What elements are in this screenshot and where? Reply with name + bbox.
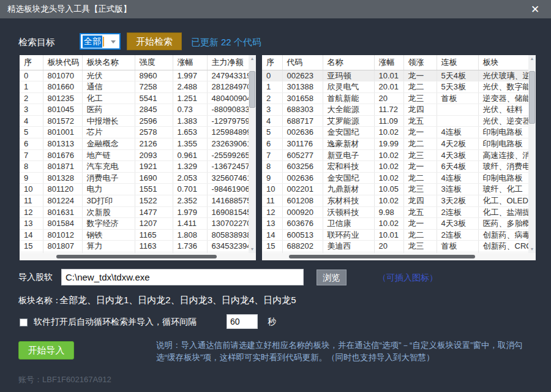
table-row[interactable]: 7801676地产链20930.961-25599265 — [20, 149, 249, 161]
table-cell: 8 — [262, 161, 282, 173]
table-cell: 141688575 — [207, 195, 249, 207]
table-cell: 2845 — [135, 104, 173, 116]
table-cell: 金融概念 — [82, 138, 135, 150]
scroll-up-icon[interactable]: ▲ — [528, 55, 536, 62]
table-row[interactable]: 10801120电力15510.701-98461906 — [20, 184, 249, 195]
table-cell: 龙二 — [403, 138, 437, 150]
table-row[interactable]: 1301388欣灵电气20.01龙二5天3板光伏、数字能源 — [262, 81, 528, 93]
scroll-down-icon[interactable]: ▼ — [528, 246, 536, 253]
table-row[interactable]: 13603676卫信康10.02龙一4天3板医药、多胎概念 — [262, 218, 528, 230]
table-cell: 龙三 — [403, 92, 437, 104]
table-row[interactable]: 118012243D打印15222.352141688575 — [20, 195, 249, 207]
table-cell: 化工、盐湖提锂 — [478, 206, 528, 218]
scrollbar-corner — [249, 253, 256, 260]
table-cell: 1.411 — [173, 218, 207, 230]
table-row[interactable]: 7605277新亚电子10.02龙三4天3板高速连接、消费 — [262, 149, 528, 161]
start-search-button[interactable]: 开始检索 — [127, 32, 182, 50]
table-cell: 10.02 — [374, 195, 403, 207]
table-cell: -25599265 — [207, 149, 249, 161]
table-row[interactable]: 14600513联环药业10.01龙二2连板创新药、病毒 — [262, 229, 528, 241]
table-row[interactable]: 8801871汽车充电19211.329-13672457 — [20, 161, 249, 173]
table-cell: 801235 — [43, 92, 82, 104]
horizontal-scrollbar[interactable] — [262, 253, 528, 260]
close-icon[interactable]: ✕ — [524, 0, 546, 18]
table-row[interactable]: 2801235化工55411.251480400904 — [20, 92, 249, 104]
leading-stocks-table: 序代码名称涨幅领涨连板板块 0002623亚玛顿10.01龙一5天4板光伏玻璃、… — [262, 55, 528, 253]
table-cell: 汽车充电 — [82, 161, 135, 173]
table-row[interactable]: 1801660通信72582.488281284970 — [20, 81, 249, 93]
table-cell: 1.355 — [173, 138, 207, 150]
auto-loop-checkbox[interactable] — [20, 318, 28, 326]
interval-input[interactable] — [227, 314, 258, 329]
table-row[interactable]: 13801584数字经济12071.411130702270 — [20, 218, 249, 230]
table-cell: 480400904 — [207, 92, 249, 104]
table-cell: 688303 — [282, 104, 323, 116]
table-row[interactable]: 9002636金安国纪10.02龙二4连板印制电路板 — [262, 172, 528, 184]
scrollbar-thumb[interactable] — [289, 255, 476, 258]
table-cell: 2578 — [135, 127, 173, 138]
table-row[interactable]: 8603256宏和科技10.02龙一6天4板玻纤、消费电子 — [262, 161, 528, 173]
table-cell: 20 — [374, 241, 403, 252]
horizontal-scrollbar[interactable] — [20, 253, 249, 260]
table-row[interactable]: 15688202美迪西20龙三首板创新药、CRO — [262, 241, 528, 252]
table-cell: 东材科技 — [323, 195, 374, 207]
table-cell: 125984899 — [207, 127, 249, 138]
table-cell: 14 — [20, 229, 43, 241]
scrollbar-thumb[interactable] — [56, 255, 217, 258]
table-row[interactable]: 0002623亚玛顿10.01龙一5天4板光伏玻璃、逆变器 — [262, 70, 528, 81]
table-row[interactable]: 12000920沃顿科技9.98龙五2连板化工、盐湖提锂 — [262, 206, 528, 218]
table-row[interactable]: 3801045医药28450.73-88090833 — [20, 104, 249, 116]
table-cell: 10.02 — [374, 161, 403, 173]
table-cell: 801120 — [43, 184, 82, 195]
search-target-select[interactable]: 全部 — [80, 33, 121, 50]
insert-icon-link[interactable]: （可插入图标） — [378, 273, 438, 284]
scroll-down-icon[interactable]: ▼ — [249, 246, 256, 253]
table-row[interactable]: 6801313金融概念21261.355232639061 — [20, 138, 249, 150]
table-cell: 4天2板 — [437, 138, 478, 150]
start-import-button[interactable]: 开始导入 — [18, 341, 74, 360]
table-row[interactable]: 6301176逸豪新材19.99龙二4天2板印制电路板 — [262, 138, 528, 150]
table-row[interactable]: 5002636金安国纪10.02龙一4连板印制电路板 — [262, 127, 528, 138]
table-row[interactable]: 12801631次新股14771.979169081545 — [20, 206, 249, 218]
table-cell: 601208 — [282, 195, 323, 207]
table-row[interactable]: 5801001芯片25781.653125984899 — [20, 127, 249, 138]
column-header: 涨幅 — [173, 55, 207, 70]
table-cell: 龙三 — [403, 184, 437, 195]
sector-strength-table: 序板块代码板块名称强度涨幅主力净额 0801070光伏89601.9972479… — [20, 55, 249, 253]
table-cell: 801001 — [43, 127, 82, 138]
vertical-scrollbar[interactable]: ▲ ▼ — [528, 55, 536, 253]
column-header: 序 — [262, 55, 282, 70]
table-row[interactable]: 2301658首航新能20龙三首板逆变器、储能 — [262, 92, 528, 104]
table-cell: 11.72 — [374, 104, 403, 116]
table-cell: 光伏 — [82, 70, 135, 81]
table-row[interactable]: 0801070光伏89601.997247943319 — [20, 70, 249, 81]
scroll-up-icon[interactable]: ▲ — [249, 55, 256, 62]
table-row[interactable]: 11601208东材科技10.02龙四3天2板化工、OLED — [262, 195, 528, 207]
table-cell: 13 — [20, 218, 43, 230]
column-header: 板块代码 — [43, 55, 82, 70]
table-cell: 10.02 — [374, 218, 403, 230]
table-row[interactable]: 4688717艾罗能源11.09龙五光伏、逆变器 — [262, 115, 528, 127]
table-cell: 600513 — [282, 229, 323, 241]
software-path-input[interactable] — [61, 269, 304, 285]
table-cell: 印制电路板 — [478, 172, 528, 184]
scrollbar-thumb[interactable] — [529, 71, 535, 124]
table-cell: 15 — [262, 241, 282, 252]
table-cell: 联环药业 — [323, 229, 374, 241]
table-row[interactable]: 4801572中报增长25961.383-12979759 — [20, 115, 249, 127]
vertical-scrollbar[interactable]: ▲ ▼ — [249, 55, 256, 253]
table-cell: 芯片 — [82, 127, 135, 138]
browse-button[interactable]: 浏览 — [317, 270, 347, 285]
table-cell: 次新股 — [82, 206, 135, 218]
table-row[interactable]: 3688303大全能源11.72龙四光伏、硅料 — [262, 104, 528, 116]
table-cell: 0.73 — [173, 104, 207, 116]
table-cell: 龙一 — [403, 218, 437, 230]
table-cell: 002623 — [282, 70, 323, 81]
table-row[interactable]: 9801328消费电子16902.053325607461 — [20, 172, 249, 184]
table-row[interactable]: 10002201九鼎新材10.05龙三3连板玻纤、化工 — [262, 184, 528, 195]
table-row[interactable]: 14801012钢铁11651.808805838938 — [20, 229, 249, 241]
table-cell: 6天4板 — [437, 161, 478, 173]
scrollbar-thumb[interactable] — [249, 71, 255, 108]
table-row[interactable]: 15801807算力11631.736634532394 — [20, 241, 249, 252]
table-cell: 5天4板 — [437, 70, 478, 81]
